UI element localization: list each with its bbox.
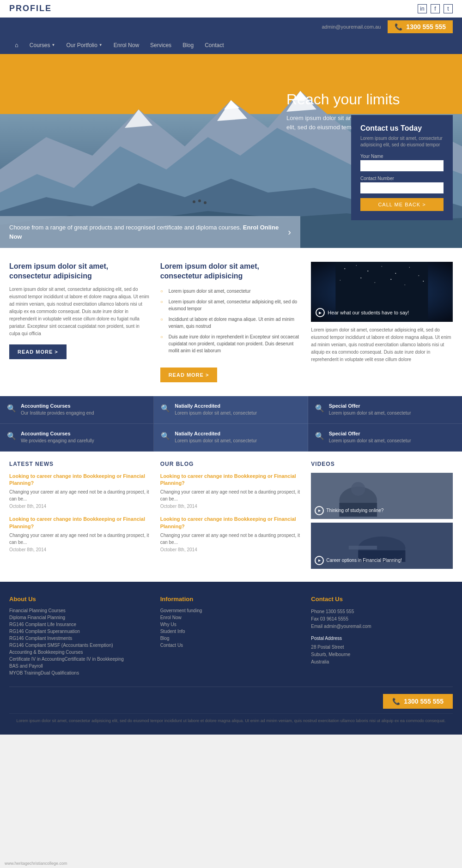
footer-about-title: About Us [9, 596, 151, 603]
facebook-icon[interactable]: f [431, 4, 440, 13]
news-item-1-title[interactable]: Looking to career change into Bookkeepin… [9, 473, 151, 487]
feature-text-1: Our Institute provides engaging end [21, 410, 94, 416]
svg-point-23 [375, 282, 376, 283]
footer-contact-title: Contact Us [311, 596, 453, 603]
news-col-title: LATEST NEWS [9, 461, 151, 467]
video-thumb-2[interactable]: ▶ Career options in Financial Planning! [311, 523, 453, 569]
feature-item-3[interactable]: 🔍 Special Offer Lorem ipsum dolor sit am… [308, 396, 462, 424]
feature-title-2: Natially Accredited [175, 403, 257, 409]
footer-copyright: Lorem ipsum dolor sit amet, consectetur … [9, 713, 453, 728]
footer-info-blog[interactable]: Blog [160, 636, 302, 641]
footer-contact: Contact Us Phone 1300 555 555 Fax 03 961… [311, 596, 453, 677]
blog-item-2: Looking to career change into Bookkeepin… [160, 516, 302, 552]
footer-link-rg146-super[interactable]: RG146 Compliant Superannuation [9, 629, 151, 634]
footer-phone-icon: 📞 [392, 698, 400, 705]
footer-link-rg146-life[interactable]: RG146 Compliant Life Insurance [9, 622, 151, 627]
footer-phone-number: 1300 555 555 [404, 698, 444, 705]
feature-item-1[interactable]: 🔍 Accounting Courses Our Institute provi… [0, 396, 154, 424]
news-item-2-date: October 8th, 2014 [9, 547, 151, 552]
hero-section: Reach your limits Lorem ipsum dolor sit … [0, 54, 462, 248]
top-bar: PROFILE in f t [0, 0, 462, 18]
phone-number: 1300 555 555 [406, 23, 446, 30]
footer-phone-button[interactable]: 📞 1300 555 555 [383, 694, 453, 709]
feature-search-icon-1: 🔍 [7, 404, 16, 413]
linkedin-icon[interactable]: in [418, 4, 427, 13]
footer-link-cert4[interactable]: Certificate IV in AccountingCertificate … [9, 657, 151, 662]
read-more-orange-button[interactable]: READ MORE > [160, 368, 218, 382]
nav-services[interactable]: Services [145, 36, 177, 54]
hero-next-arrow[interactable]: › [288, 227, 291, 237]
news-item-1-date: October 8th, 2014 [9, 504, 151, 509]
videos-col: VIDEOS ▶ Thinking of studying online? [311, 461, 453, 573]
video-box[interactable]: ▶ Hear what our students have to say! [311, 262, 453, 322]
phone-button[interactable]: 📞 1300 555 555 [388, 20, 453, 33]
footer-postal-suburb: Suburb, Melbourne [311, 651, 453, 658]
blog-col: OUR BLOG Looking to career change into B… [160, 461, 302, 573]
footer-about: About Us Financial Planning Courses Dipl… [9, 596, 151, 677]
feature-search-icon-3: 🔍 [315, 404, 324, 413]
footer-bottom: 📞 1300 555 555 [9, 687, 453, 709]
svg-point-10 [193, 200, 195, 203]
blog-item-1: Looking to career change into Bookkeepin… [160, 473, 302, 509]
name-input[interactable] [360, 160, 444, 171]
feature-item-5[interactable]: 🔍 Natially Accredited Lorem ipsum dolor … [154, 424, 308, 452]
feature-search-icon-5: 🔍 [161, 432, 170, 440]
footer-link-bookkeeping[interactable]: Accounting & Bookkeeping Courses [9, 650, 151, 655]
blog-item-2-title[interactable]: Looking to career change into Bookkeepin… [160, 516, 302, 530]
blog-item-1-title[interactable]: Looking to career change into Bookkeepin… [160, 473, 302, 487]
contact-number-input[interactable] [360, 182, 444, 193]
twitter-icon[interactable]: t [444, 4, 453, 13]
feature-search-icon-6: 🔍 [315, 432, 324, 440]
news-item-2-title[interactable]: Looking to career change into Bookkeepin… [9, 516, 151, 530]
footer-link-financial-planning[interactable]: Financial Planning Courses [9, 608, 151, 613]
footer-link-myob[interactable]: MYOB TrainingDual Qualifications [9, 670, 151, 675]
footer-info-student[interactable]: Student Info [160, 629, 302, 634]
courses-dropdown-icon: ▼ [52, 43, 55, 47]
footer-grid: About Us Financial Planning Courses Dipl… [9, 596, 453, 677]
feature-title-4: Accounting Courses [21, 431, 94, 436]
footer-link-rg146-smsf[interactable]: RG146 Compliant SMSF (Accountants Exempt… [9, 643, 151, 648]
footer-info-contact[interactable]: Contact Us [160, 643, 302, 648]
phone-label: Contact Number [360, 176, 444, 181]
nav-contact[interactable]: Contact [199, 36, 229, 54]
video-label: ▶ Hear what our students have to say! [316, 308, 409, 317]
footer-info-gov-funding[interactable]: Government funding [160, 608, 302, 613]
site-logo: PROFILE [9, 4, 52, 13]
nav-courses[interactable]: Courses ▼ [24, 36, 61, 54]
footer: About Us Financial Planning Courses Dipl… [0, 582, 462, 735]
contact-form-title: Contact us Today [360, 124, 444, 133]
hero-bottom-bar: Choose from a range of great products an… [0, 216, 300, 248]
svg-point-15 [356, 265, 357, 266]
videos-col-title: VIDEOS [311, 461, 453, 467]
footer-info-enrol-now[interactable]: Enrol Now [160, 615, 302, 620]
feature-item-4[interactable]: 🔍 Accounting Courses We provides engagin… [0, 424, 154, 452]
play-icon[interactable]: ▶ [316, 308, 325, 317]
feature-item-2[interactable]: 🔍 Natially Accredited Lorem ipsum dolor … [154, 396, 308, 424]
read-more-dark-button[interactable]: READ MORE > [9, 344, 67, 359]
portfolio-dropdown-icon: ▼ [99, 43, 103, 47]
footer-contact-email: Email admin@youremail.com [311, 623, 453, 630]
video-thumb-2-label: ▶ Career options in Financial Planning! [315, 556, 401, 565]
email-text: admin@youremail.com.au [322, 24, 381, 30]
svg-point-12 [204, 201, 207, 204]
nav-portfolio[interactable]: Our Portfolio ▼ [61, 36, 108, 54]
contact-form-subtitle: Lorem ipsum dolor sit amet, consectetur … [360, 135, 444, 148]
hero-bottom-text: Choose from a range of great products an… [9, 223, 288, 241]
footer-link-diploma[interactable]: Diploma Financial Planning [9, 615, 151, 620]
footer-info-why-us[interactable]: Why Us [160, 622, 302, 627]
play-icon-2[interactable]: ▶ [315, 556, 324, 565]
footer-link-rg146-invest[interactable]: RG146 Compliant Investments [9, 636, 151, 641]
footer-info-title: Information [160, 596, 302, 603]
play-icon-1[interactable]: ▶ [315, 506, 324, 515]
call-me-back-button[interactable]: CALL ME BACK > [360, 198, 444, 211]
video-thumb-1[interactable]: ▶ Thinking of studying online? [311, 473, 453, 519]
feature-search-icon-2: 🔍 [161, 404, 170, 413]
feature-item-6[interactable]: 🔍 Special Offer Lorem ipsum dolor sit am… [308, 424, 462, 452]
nav-enrol[interactable]: Enrol Now [108, 36, 145, 54]
svg-point-19 [409, 267, 410, 268]
nav-home[interactable]: ⌂ [9, 36, 24, 54]
footer-link-bas[interactable]: BAS and Payroll [9, 663, 151, 669]
nav-blog[interactable]: Blog [177, 36, 199, 54]
feature-text-3: Lorem ipsum dolor sit amet, consectetur [329, 410, 411, 416]
news-item-1-text: Changing your career at any age need not… [9, 488, 151, 502]
